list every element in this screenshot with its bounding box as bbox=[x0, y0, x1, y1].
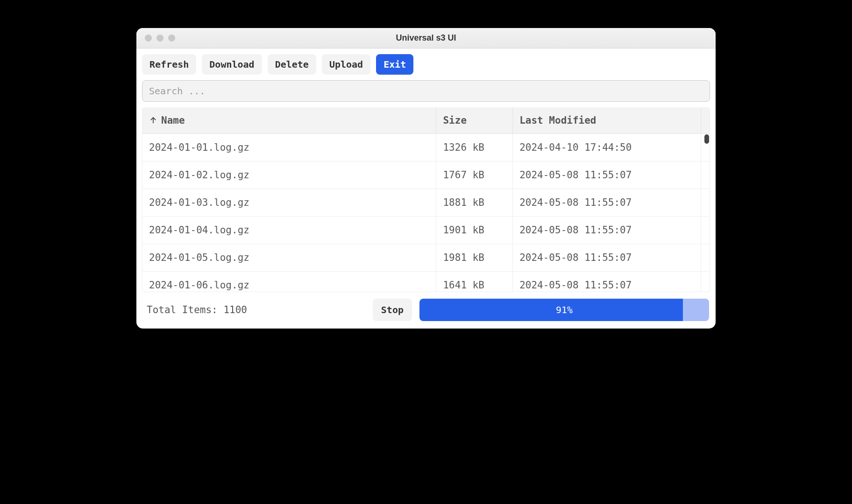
cell-size: 1901 kB bbox=[436, 217, 513, 244]
maximize-window-icon[interactable] bbox=[168, 35, 175, 42]
cell-name: 2024-01-06.log.gz bbox=[142, 272, 436, 292]
table-row[interactable]: 2024-01-03.log.gz1881 kB2024-05-08 11:55… bbox=[142, 189, 710, 217]
total-items-count: 1100 bbox=[223, 304, 247, 315]
window-title: Universal s3 UI bbox=[136, 33, 716, 43]
cell-size: 1326 kB bbox=[436, 134, 513, 161]
download-button[interactable]: Download bbox=[202, 54, 262, 75]
cell-size: 1641 kB bbox=[436, 272, 513, 292]
table-row[interactable]: 2024-01-05.log.gz1981 kB2024-05-08 11:55… bbox=[142, 244, 710, 272]
total-items-label: Total Items: bbox=[147, 304, 223, 315]
cell-modified: 2024-05-08 11:55:07 bbox=[513, 217, 701, 244]
table-row[interactable]: 2024-01-02.log.gz1767 kB2024-05-08 11:55… bbox=[142, 161, 710, 189]
exit-button[interactable]: Exit bbox=[376, 54, 413, 75]
titlebar: Universal s3 UI bbox=[136, 28, 716, 49]
cell-modified: 2024-05-08 11:55:07 bbox=[513, 161, 701, 189]
column-header-size[interactable]: Size bbox=[436, 107, 513, 133]
progress-bar: 91% bbox=[419, 299, 709, 321]
cell-size: 1767 kB bbox=[436, 161, 513, 189]
column-header-size-label: Size bbox=[443, 115, 467, 126]
cell-name: 2024-01-05.log.gz bbox=[142, 244, 436, 271]
refresh-button[interactable]: Refresh bbox=[142, 54, 196, 75]
cell-size: 1881 kB bbox=[436, 189, 513, 216]
cell-modified: 2024-05-08 11:55:07 bbox=[513, 272, 701, 292]
table-body[interactable]: 2024-01-01.log.gz1326 kB2024-04-10 17:44… bbox=[142, 134, 710, 292]
upload-button[interactable]: Upload bbox=[322, 54, 370, 75]
progress-label: 91% bbox=[419, 299, 709, 321]
cell-size: 1981 kB bbox=[436, 244, 513, 271]
table-row[interactable]: 2024-01-06.log.gz1641 kB2024-05-08 11:55… bbox=[142, 272, 710, 292]
column-header-modified-label: Last Modified bbox=[519, 115, 596, 126]
scrollbar-gutter-cell bbox=[701, 161, 710, 189]
app-window: Universal s3 UI Refresh Download Delete … bbox=[136, 28, 716, 329]
table-row[interactable]: 2024-01-04.log.gz1901 kB2024-05-08 11:55… bbox=[142, 217, 710, 244]
cell-name: 2024-01-04.log.gz bbox=[142, 217, 436, 244]
sort-ascending-icon bbox=[149, 116, 157, 125]
search-container bbox=[136, 78, 716, 107]
column-header-modified[interactable]: Last Modified bbox=[513, 107, 701, 133]
table-header: Name Size Last Modified bbox=[142, 107, 710, 134]
scrollbar-gutter-header bbox=[701, 107, 710, 133]
minimize-window-icon[interactable] bbox=[156, 35, 163, 42]
table-row[interactable]: 2024-01-01.log.gz1326 kB2024-04-10 17:44… bbox=[142, 134, 710, 161]
scrollbar-gutter-cell bbox=[701, 189, 710, 216]
total-items: Total Items: 1100 bbox=[147, 304, 247, 315]
cell-name: 2024-01-02.log.gz bbox=[142, 161, 436, 189]
cell-name: 2024-01-01.log.gz bbox=[142, 134, 436, 161]
traffic-lights bbox=[136, 35, 175, 42]
scrollbar-gutter-cell bbox=[701, 217, 710, 244]
scrollbar-gutter-cell bbox=[701, 244, 710, 271]
file-table: Name Size Last Modified 2024-01-01.log.g… bbox=[142, 107, 710, 292]
cell-modified: 2024-04-10 17:44:50 bbox=[513, 134, 701, 161]
column-header-name[interactable]: Name bbox=[142, 107, 436, 133]
scrollbar-thumb[interactable] bbox=[704, 134, 709, 144]
close-window-icon[interactable] bbox=[145, 35, 152, 42]
footer: Total Items: 1100 Stop 91% bbox=[136, 292, 716, 329]
cell-modified: 2024-05-08 11:55:07 bbox=[513, 244, 701, 271]
stop-button[interactable]: Stop bbox=[373, 299, 412, 321]
delete-button[interactable]: Delete bbox=[268, 54, 316, 75]
column-header-name-label: Name bbox=[161, 115, 185, 126]
scrollbar-gutter-cell bbox=[701, 272, 710, 292]
cell-modified: 2024-05-08 11:55:07 bbox=[513, 189, 701, 216]
cell-name: 2024-01-03.log.gz bbox=[142, 189, 436, 216]
toolbar: Refresh Download Delete Upload Exit bbox=[136, 49, 716, 78]
search-input[interactable] bbox=[142, 80, 710, 102]
